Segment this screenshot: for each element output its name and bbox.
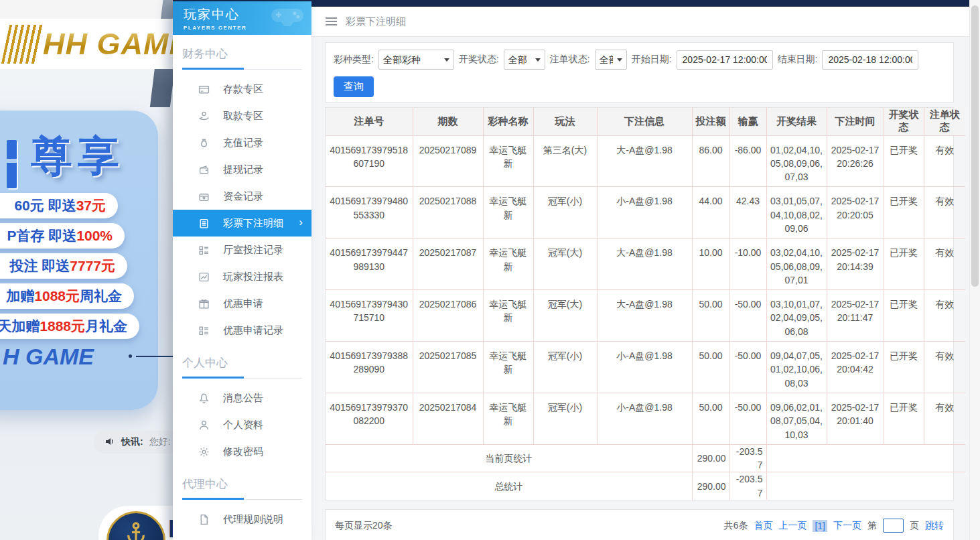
table-cell: 已开奖: [884, 342, 924, 393]
table-cell: 2025-02-17 20:26:26: [827, 135, 884, 187]
sidebar-header: 玩家中心 PLAYERS CENTER: [173, 1, 311, 35]
scrollbar-thumb[interactable]: [971, 5, 979, 287]
sidebar-item-label: 充值记录: [223, 137, 263, 149]
sidebar-item-promo-record[interactable]: 优惠申请记录: [173, 317, 311, 344]
sidebar-sections: 财务中心存款专区取款专区充值记录提现记录资金记录彩票下注明细›厅室投注记录玩家投…: [173, 46, 311, 540]
table-cell: 401569173979518607190: [326, 135, 413, 187]
bet-list-icon: [198, 217, 210, 229]
draw-status-select-wrap: 全部: [504, 50, 545, 70]
sidebar-item-promo-apply[interactable]: 优惠申请: [173, 290, 311, 317]
next-page-link[interactable]: 下一页: [833, 520, 861, 532]
table-cell: 小-A盘@1.98: [597, 393, 692, 444]
sidebar-item-announcements[interactable]: 消息公告: [173, 385, 311, 411]
table-cell: 幸运飞艇新: [483, 393, 533, 444]
table-row: 40156917397948055333020250217088幸运飞艇新冠军(…: [326, 187, 965, 239]
jump-action-link[interactable]: 跳转: [925, 520, 944, 532]
summary-cell: 当前页统计: [326, 444, 692, 472]
prev-page-link[interactable]: 上一页: [778, 520, 807, 532]
sidebar-item-hall-bets[interactable]: 厅室投注记录: [173, 237, 311, 263]
ticker-label: 快讯:: [121, 436, 143, 448]
table-cell: 20250217085: [413, 342, 483, 393]
grid-list-icon: [198, 244, 210, 256]
col-header: 开奖状态: [884, 108, 924, 135]
summary-cell: 总统计: [326, 472, 692, 500]
table-cell: 50.00: [692, 342, 729, 393]
table-cell: 已开奖: [884, 239, 924, 290]
table-cell: 冠军(小): [533, 187, 597, 239]
end-date-label: 结束日期:: [778, 54, 818, 66]
top-navy-bar: [311, 0, 980, 7]
sidebar-item-agent-rules[interactable]: 代理规则说明: [173, 506, 311, 533]
lottery-type-select[interactable]: 全部彩种: [378, 50, 454, 70]
table-cell: 50.00: [692, 290, 729, 342]
sidebar-item-recharge-record[interactable]: 充值记录: [173, 129, 311, 156]
bell-icon: [198, 392, 210, 404]
table-cell: 09,06,02,01,08,07,05,04,10,03: [766, 393, 827, 444]
sidebar-item-deposit[interactable]: 存款专区: [173, 76, 311, 103]
first-page-link[interactable]: 首页: [754, 520, 772, 532]
table-cell: 401569173979447989130: [326, 239, 413, 290]
table-cell: 大-A盘@1.98: [597, 135, 692, 187]
col-header: 输赢: [729, 108, 766, 135]
table-cell: 2025-02-17 20:01:40: [827, 393, 884, 444]
summary-row: 当前页统计290.00-203.57: [326, 444, 965, 472]
speaker-icon: [104, 436, 115, 449]
page-jump-input[interactable]: [883, 519, 904, 533]
sidebar-item-lottery-bets[interactable]: 彩票下注明细›: [173, 210, 311, 237]
table-cell: 有效: [924, 393, 965, 444]
promo-footer-dot: [129, 354, 132, 358]
anchor-icon: [122, 520, 150, 540]
bet-status-select-wrap: 全部: [595, 50, 627, 70]
site-logo-text: HH GAME: [43, 27, 190, 62]
summary-cell: [766, 444, 965, 472]
pagination-bar: 每页显示20条 共6条 首页 上一页 [1] 下一页 第 页 跳转: [325, 509, 954, 540]
sidebar-item-label: 提现记录: [223, 163, 263, 176]
menu-icon[interactable]: [326, 17, 337, 25]
ticker-text: 您好:: [149, 436, 171, 448]
sidebar-item-label: 彩票下注明细: [223, 217, 283, 230]
table-cell: 冠军(大): [533, 290, 597, 342]
table-cell: 20250217089: [413, 135, 483, 187]
promo-pill: 加赠1088元周礼金: [0, 283, 134, 309]
table-cell: 已开奖: [884, 290, 924, 342]
table-cell: 2025-02-17 20:14:39: [827, 239, 884, 290]
sidebar-item-withdrawal-record[interactable]: 提现记录: [173, 156, 311, 183]
gift-icon: [198, 297, 210, 310]
col-header: 玩法: [533, 108, 597, 135]
table-cell: 20250217088: [413, 187, 483, 239]
summary-cell: -203.57: [729, 444, 766, 472]
table-cell: -50.00: [729, 393, 766, 444]
col-header: 下注时间: [827, 108, 884, 135]
sidebar-item-label: 消息公告: [223, 392, 263, 405]
table-cell: 50.00: [692, 393, 729, 444]
logo-bars-decoration: [1, 25, 44, 64]
scrollbar[interactable]: [969, 0, 980, 540]
sidebar-item-funds-record[interactable]: 资金记录: [173, 183, 311, 210]
table-cell: 大-A盘@1.98: [597, 290, 692, 342]
content-header: 彩票下注明细: [311, 7, 980, 37]
table-cell: 01,02,04,10,05,08,09,06,07,03: [766, 135, 827, 187]
chevron-right-icon: ›: [299, 216, 303, 229]
draw-status-select[interactable]: 全部: [504, 50, 545, 70]
table-row: 40156917397951860719020250217089幸运飞艇新第三名…: [326, 135, 965, 187]
sidebar-item-player-report[interactable]: 玩家投注报表: [173, 263, 311, 290]
gamepad-icon: [270, 5, 305, 31]
end-date-input[interactable]: [822, 50, 918, 70]
sidebar-item-withdraw[interactable]: 取款专区: [173, 103, 311, 129]
page-size-text: 每页显示20条: [335, 520, 393, 532]
table-cell: -10.00: [729, 239, 766, 290]
start-date-input[interactable]: [677, 50, 773, 70]
sidebar-item-profile[interactable]: 个人资料: [173, 411, 311, 438]
bet-status-select[interactable]: 全部: [595, 50, 627, 70]
promo-footer-logo: H GAME: [3, 344, 94, 370]
table-row: 40156917397944798913020250217087幸运飞艇新冠军(…: [326, 239, 965, 290]
sidebar-item-agent-team[interactable]: 代理团队统计: [173, 533, 311, 540]
table-cell: 已开奖: [884, 393, 924, 444]
table-cell: 第三名(大): [533, 135, 597, 187]
sidebar-item-change-password[interactable]: 修改密码: [173, 438, 311, 465]
section-label: 财务中心: [182, 46, 311, 62]
table-cell: 有效: [924, 342, 965, 393]
table-cell: 小-A盘@1.98: [597, 187, 692, 239]
document-icon: [198, 513, 210, 525]
query-button[interactable]: 查询: [334, 76, 374, 97]
